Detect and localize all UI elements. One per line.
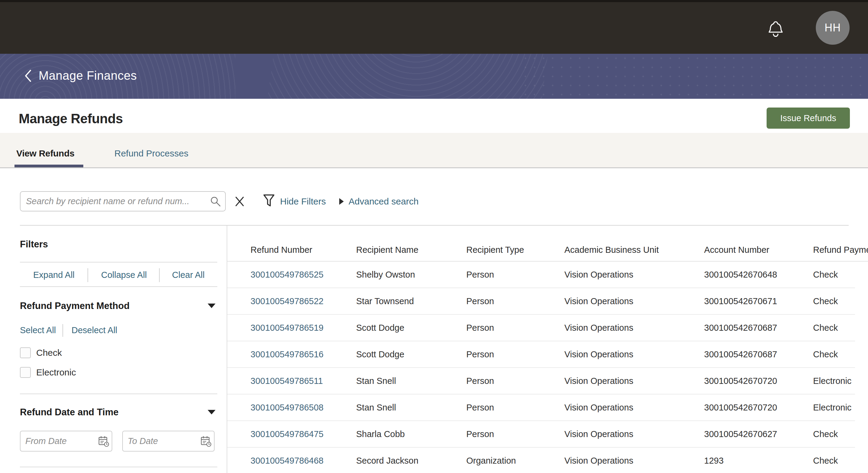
checkbox-electronic[interactable]	[20, 367, 31, 378]
refund-number-link[interactable]: 300100549786516	[250, 350, 356, 359]
tab-view-refunds[interactable]: View Refunds	[14, 133, 76, 167]
expand-all-link[interactable]: Expand All	[33, 270, 74, 280]
divider	[159, 268, 160, 282]
recipient-type-cell: Person	[466, 429, 564, 439]
refund-payment-method-cell: Check	[813, 296, 868, 306]
academic-business-unit-cell: Vision Operations	[564, 323, 704, 333]
recipient-type-cell: Person	[466, 350, 564, 359]
table-row: 300100549786475Sharla CobbPersonVision O…	[227, 421, 855, 448]
academic-business-unit-cell: Vision Operations	[564, 429, 704, 439]
advanced-search-link[interactable]: Advanced search	[339, 193, 418, 210]
recipient-name-cell: Scott Dodge	[356, 323, 466, 333]
refund-number-link[interactable]: 300100549786522	[250, 296, 356, 306]
academic-business-unit-cell: Vision Operations	[564, 403, 704, 413]
divider	[20, 286, 217, 287]
account-number-cell: 300100542670648	[704, 270, 813, 280]
filter-section-date-title: Refund Date and Time	[20, 407, 119, 418]
column-header-academic-business-unit[interactable]: Academic Business Unit	[564, 245, 704, 255]
column-header-account-number[interactable]: Account Number	[704, 245, 813, 255]
filters-panel: Filters Expand All Collapse All Clear Al…	[0, 226, 227, 473]
recipient-name-cell: Star Townsend	[356, 296, 466, 306]
hide-filters-button[interactable]: Hide Filters	[262, 193, 326, 210]
filters-title: Filters	[20, 239, 48, 250]
table-row: 300100549786508Stan SnellPersonVision Op…	[227, 394, 855, 421]
back-button[interactable]	[22, 68, 33, 84]
banner-pattern	[262, 54, 553, 99]
calendar-clock-icon[interactable]	[98, 436, 109, 448]
recipient-name-cell: Shelby Owston	[356, 270, 466, 280]
search-box	[20, 191, 226, 211]
recipient-type-cell: Person	[466, 376, 564, 386]
collapse-all-link[interactable]: Collapse All	[101, 270, 147, 280]
issue-refunds-button[interactable]: Issue Refunds	[767, 108, 850, 129]
account-number-cell: 300100542670671	[704, 296, 813, 306]
clear-search-button[interactable]	[233, 195, 246, 208]
recipient-name-cell: Sharla Cobb	[356, 429, 466, 439]
recipient-name-cell: Scott Dodge	[356, 350, 466, 359]
deselect-all-link[interactable]: Deselect All	[71, 325, 117, 335]
table-row: 300100549786525Shelby OwstonPersonVision…	[227, 262, 855, 288]
table-row: 300100549786516Scott DodgePersonVision O…	[227, 341, 855, 368]
page-title: Manage Refunds	[19, 111, 123, 126]
refund-number-link[interactable]: 300100549786468	[250, 456, 356, 466]
column-header-refund-payment-method[interactable]: Refund Payment Method	[813, 245, 868, 255]
refund-payment-method-cell: Check	[813, 456, 868, 466]
refund-number-link[interactable]: 300100549786525	[250, 270, 356, 280]
active-tab-indicator	[14, 165, 83, 167]
notifications-button[interactable]	[768, 20, 783, 37]
column-header-refund-number[interactable]: Refund Number	[250, 245, 356, 255]
recipient-name-cell: Stan Snell	[356, 376, 466, 386]
table-row: 300100549786511Stan SnellPersonVision Op…	[227, 368, 855, 394]
account-number-cell: 300100542670687	[704, 350, 813, 359]
triangle-right-icon	[339, 198, 344, 205]
recipient-type-cell: Person	[466, 296, 564, 306]
clear-all-link[interactable]: Clear All	[172, 270, 205, 280]
account-number-cell: 300100542670627	[704, 429, 813, 439]
tab-strip: View Refunds Refund Processes	[0, 133, 868, 168]
divider	[20, 467, 217, 467]
account-number-cell: 1293	[704, 456, 813, 466]
column-header-recipient-type[interactable]: Recipient Type	[466, 245, 564, 255]
table-header-row: Refund Number Recipient Name Recipient T…	[227, 226, 868, 262]
table-body: 300100549786525Shelby OwstonPersonVision…	[227, 262, 868, 473]
refund-payment-method-cell: Check	[813, 429, 868, 439]
recipient-name-cell: Stan Snell	[356, 403, 466, 413]
refund-payment-method-cell: Check	[813, 323, 868, 333]
refund-number-link[interactable]: 300100549786519	[250, 323, 356, 333]
recipient-name-cell: Secord Jackson	[356, 456, 466, 466]
funnel-icon	[262, 194, 275, 210]
checkbox-check[interactable]	[20, 347, 31, 358]
academic-business-unit-cell: Vision Operations	[564, 456, 704, 466]
refund-payment-method-cell: Electronic	[813, 376, 868, 386]
from-date-field	[20, 431, 112, 451]
academic-business-unit-cell: Vision Operations	[564, 350, 704, 359]
select-all-link[interactable]: Select All	[20, 325, 56, 335]
refunds-table: Refund Number Recipient Name Recipient T…	[227, 226, 868, 473]
table-row: 300100549786468Secord JacksonOrganizatio…	[227, 448, 855, 473]
refund-payment-method-cell: Electronic	[813, 403, 868, 413]
hide-filters-label: Hide Filters	[280, 196, 326, 207]
account-number-cell: 300100542670720	[704, 376, 813, 386]
tab-refund-processes[interactable]: Refund Processes	[113, 133, 190, 167]
refund-number-link[interactable]: 300100549786508	[250, 403, 356, 413]
checkbox-electronic-label: Electronic	[36, 367, 76, 378]
caret-down-icon[interactable]	[208, 410, 216, 414]
divider	[20, 262, 217, 263]
divider	[88, 268, 88, 282]
table-row: 300100549786522Star TownsendPersonVision…	[227, 288, 855, 315]
academic-business-unit-cell: Vision Operations	[564, 270, 704, 280]
breadcrumb-title: Manage Finances	[39, 69, 137, 83]
recipient-type-cell: Person	[466, 403, 564, 413]
to-date-field	[122, 431, 215, 451]
academic-business-unit-cell: Vision Operations	[564, 376, 704, 386]
account-number-cell: 300100542670720	[704, 403, 813, 413]
refund-number-link[interactable]: 300100549786511	[250, 376, 356, 386]
caret-down-icon[interactable]	[208, 303, 216, 308]
refund-payment-method-cell: Check	[813, 270, 868, 280]
calendar-clock-icon[interactable]	[201, 436, 212, 448]
advanced-search-label: Advanced search	[349, 196, 418, 207]
search-input[interactable]	[20, 191, 226, 211]
refund-number-link[interactable]: 300100549786475	[250, 429, 356, 439]
column-header-recipient-name[interactable]: Recipient Name	[356, 245, 466, 255]
user-avatar[interactable]: HH	[816, 11, 849, 45]
